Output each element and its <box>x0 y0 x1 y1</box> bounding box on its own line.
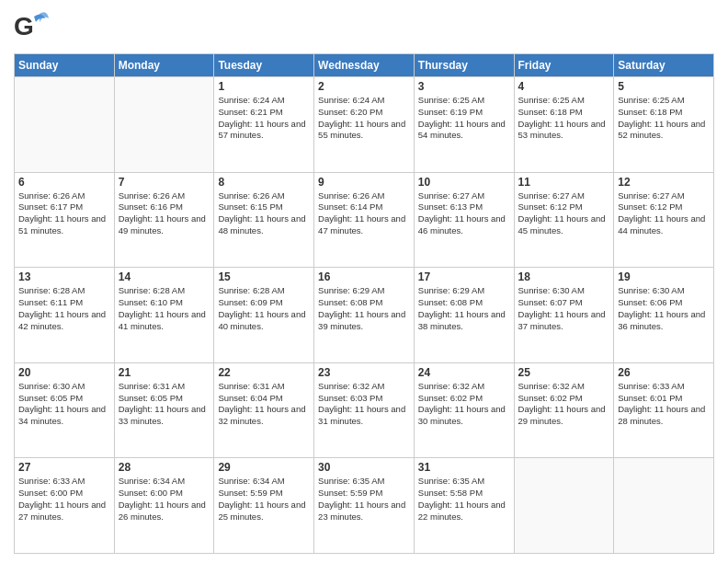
calendar-cell <box>514 458 614 554</box>
day-info: Sunrise: 6:30 AM Sunset: 6:06 PM Dayligh… <box>618 285 710 332</box>
calendar-cell: 19Sunrise: 6:30 AM Sunset: 6:06 PM Dayli… <box>614 268 714 363</box>
day-info: Sunrise: 6:27 AM Sunset: 6:12 PM Dayligh… <box>618 190 710 237</box>
calendar-cell: 8Sunrise: 6:26 AM Sunset: 6:15 PM Daylig… <box>214 172 314 268</box>
day-info: Sunrise: 6:26 AM Sunset: 6:15 PM Dayligh… <box>218 190 310 237</box>
day-number: 25 <box>518 366 610 379</box>
day-info: Sunrise: 6:32 AM Sunset: 6:02 PM Dayligh… <box>518 381 610 428</box>
day-number: 27 <box>18 461 110 474</box>
week-row-4: 20Sunrise: 6:30 AM Sunset: 6:05 PM Dayli… <box>15 362 714 458</box>
weekday-header-sunday: Sunday <box>15 54 115 77</box>
calendar-cell: 23Sunrise: 6:32 AM Sunset: 6:03 PM Dayli… <box>314 362 415 458</box>
day-number: 30 <box>318 461 410 474</box>
calendar-cell: 5Sunrise: 6:25 AM Sunset: 6:18 PM Daylig… <box>614 77 714 173</box>
day-number: 15 <box>218 270 310 283</box>
calendar-cell: 4Sunrise: 6:25 AM Sunset: 6:18 PM Daylig… <box>514 77 614 173</box>
day-info: Sunrise: 6:28 AM Sunset: 6:09 PM Dayligh… <box>218 285 310 332</box>
calendar-cell: 2Sunrise: 6:24 AM Sunset: 6:20 PM Daylig… <box>314 77 415 173</box>
calendar-cell: 9Sunrise: 6:26 AM Sunset: 6:14 PM Daylig… <box>314 172 415 268</box>
calendar-cell: 26Sunrise: 6:33 AM Sunset: 6:01 PM Dayli… <box>614 362 714 458</box>
day-number: 22 <box>218 366 310 379</box>
day-info: Sunrise: 6:25 AM Sunset: 6:18 PM Dayligh… <box>518 95 610 142</box>
day-info: Sunrise: 6:33 AM Sunset: 6:00 PM Dayligh… <box>18 476 110 523</box>
day-number: 13 <box>18 270 110 283</box>
calendar-cell: 1Sunrise: 6:24 AM Sunset: 6:21 PM Daylig… <box>214 77 314 173</box>
calendar-cell: 10Sunrise: 6:27 AM Sunset: 6:13 PM Dayli… <box>414 172 514 268</box>
day-info: Sunrise: 6:30 AM Sunset: 6:05 PM Dayligh… <box>18 381 110 428</box>
calendar-cell: 6Sunrise: 6:26 AM Sunset: 6:17 PM Daylig… <box>15 172 115 268</box>
day-info: Sunrise: 6:24 AM Sunset: 6:20 PM Dayligh… <box>318 95 410 142</box>
day-number: 19 <box>618 270 710 283</box>
day-info: Sunrise: 6:29 AM Sunset: 6:08 PM Dayligh… <box>418 285 510 332</box>
day-number: 29 <box>218 461 310 474</box>
day-number: 1 <box>218 80 310 93</box>
day-number: 14 <box>119 270 210 283</box>
day-number: 12 <box>618 176 710 189</box>
weekday-header-saturday: Saturday <box>614 54 714 77</box>
day-number: 20 <box>18 366 110 379</box>
day-info: Sunrise: 6:34 AM Sunset: 5:59 PM Dayligh… <box>218 476 310 523</box>
day-number: 28 <box>119 461 210 474</box>
day-number: 10 <box>418 176 510 189</box>
calendar-cell: 17Sunrise: 6:29 AM Sunset: 6:08 PM Dayli… <box>414 268 514 363</box>
logo: G <box>14 9 54 46</box>
day-number: 23 <box>318 366 410 379</box>
calendar-cell: 14Sunrise: 6:28 AM Sunset: 6:10 PM Dayli… <box>114 268 214 363</box>
calendar-cell: 13Sunrise: 6:28 AM Sunset: 6:11 PM Dayli… <box>15 268 115 363</box>
day-number: 8 <box>218 176 310 189</box>
calendar-cell <box>114 77 214 173</box>
day-number: 5 <box>618 80 710 93</box>
day-number: 21 <box>119 366 210 379</box>
weekday-header-monday: Monday <box>114 54 214 77</box>
day-info: Sunrise: 6:26 AM Sunset: 6:17 PM Dayligh… <box>18 190 110 237</box>
day-info: Sunrise: 6:35 AM Sunset: 5:58 PM Dayligh… <box>418 476 510 523</box>
day-info: Sunrise: 6:30 AM Sunset: 6:07 PM Dayligh… <box>518 285 610 332</box>
calendar-cell: 24Sunrise: 6:32 AM Sunset: 6:02 PM Dayli… <box>414 362 514 458</box>
day-info: Sunrise: 6:28 AM Sunset: 6:11 PM Dayligh… <box>18 285 110 332</box>
calendar-cell: 15Sunrise: 6:28 AM Sunset: 6:09 PM Dayli… <box>214 268 314 363</box>
calendar-cell: 7Sunrise: 6:26 AM Sunset: 6:16 PM Daylig… <box>114 172 214 268</box>
week-row-5: 27Sunrise: 6:33 AM Sunset: 6:00 PM Dayli… <box>15 458 714 554</box>
day-info: Sunrise: 6:33 AM Sunset: 6:01 PM Dayligh… <box>618 381 710 428</box>
day-number: 24 <box>418 366 510 379</box>
calendar-cell <box>614 458 714 554</box>
weekday-header-friday: Friday <box>514 54 614 77</box>
day-info: Sunrise: 6:29 AM Sunset: 6:08 PM Dayligh… <box>318 285 410 332</box>
day-info: Sunrise: 6:24 AM Sunset: 6:21 PM Dayligh… <box>218 95 310 142</box>
calendar-cell: 22Sunrise: 6:31 AM Sunset: 6:04 PM Dayli… <box>214 362 314 458</box>
calendar-cell: 28Sunrise: 6:34 AM Sunset: 6:00 PM Dayli… <box>114 458 214 554</box>
week-row-2: 6Sunrise: 6:26 AM Sunset: 6:17 PM Daylig… <box>15 172 714 268</box>
calendar-cell: 3Sunrise: 6:25 AM Sunset: 6:19 PM Daylig… <box>414 77 514 173</box>
day-info: Sunrise: 6:26 AM Sunset: 6:14 PM Dayligh… <box>318 190 410 237</box>
day-number: 4 <box>518 80 610 93</box>
page: G SundayMondayTuesdayWednesdayThursdayFr… <box>0 0 728 563</box>
day-number: 9 <box>318 176 410 189</box>
calendar-cell: 29Sunrise: 6:34 AM Sunset: 5:59 PM Dayli… <box>214 458 314 554</box>
day-info: Sunrise: 6:25 AM Sunset: 6:18 PM Dayligh… <box>618 95 710 142</box>
header: G <box>14 9 714 46</box>
calendar: SundayMondayTuesdayWednesdayThursdayFrid… <box>14 53 714 554</box>
week-row-3: 13Sunrise: 6:28 AM Sunset: 6:11 PM Dayli… <box>15 268 714 363</box>
day-info: Sunrise: 6:35 AM Sunset: 5:59 PM Dayligh… <box>318 476 410 523</box>
day-number: 16 <box>318 270 410 283</box>
day-number: 31 <box>418 461 510 474</box>
day-number: 11 <box>518 176 610 189</box>
day-number: 6 <box>18 176 110 189</box>
day-info: Sunrise: 6:34 AM Sunset: 6:00 PM Dayligh… <box>119 476 210 523</box>
day-number: 26 <box>618 366 710 379</box>
calendar-cell: 27Sunrise: 6:33 AM Sunset: 6:00 PM Dayli… <box>15 458 115 554</box>
day-info: Sunrise: 6:27 AM Sunset: 6:13 PM Dayligh… <box>418 190 510 237</box>
calendar-cell: 12Sunrise: 6:27 AM Sunset: 6:12 PM Dayli… <box>614 172 714 268</box>
calendar-cell: 25Sunrise: 6:32 AM Sunset: 6:02 PM Dayli… <box>514 362 614 458</box>
day-info: Sunrise: 6:27 AM Sunset: 6:12 PM Dayligh… <box>518 190 610 237</box>
weekday-header-wednesday: Wednesday <box>314 54 415 77</box>
week-row-1: 1Sunrise: 6:24 AM Sunset: 6:21 PM Daylig… <box>15 77 714 173</box>
day-info: Sunrise: 6:26 AM Sunset: 6:16 PM Dayligh… <box>119 190 210 237</box>
calendar-cell: 31Sunrise: 6:35 AM Sunset: 5:58 PM Dayli… <box>414 458 514 554</box>
calendar-cell: 11Sunrise: 6:27 AM Sunset: 6:12 PM Dayli… <box>514 172 614 268</box>
calendar-cell: 21Sunrise: 6:31 AM Sunset: 6:05 PM Dayli… <box>114 362 214 458</box>
day-number: 18 <box>518 270 610 283</box>
day-info: Sunrise: 6:31 AM Sunset: 6:04 PM Dayligh… <box>218 381 310 428</box>
day-info: Sunrise: 6:32 AM Sunset: 6:02 PM Dayligh… <box>418 381 510 428</box>
day-number: 7 <box>119 176 210 189</box>
day-number: 3 <box>418 80 510 93</box>
